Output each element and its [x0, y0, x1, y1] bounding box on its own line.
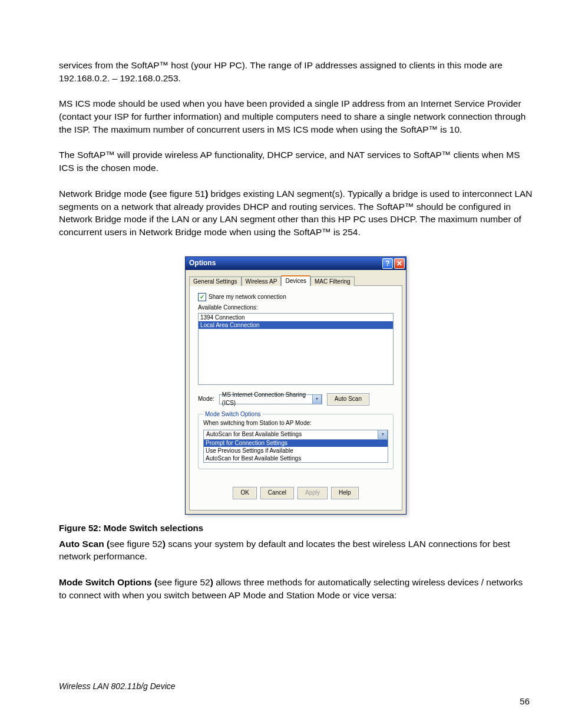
tab-strip: General Settings Wireless AP Devices MAC… — [189, 275, 402, 286]
tab-general-settings[interactable]: General Settings — [189, 276, 242, 286]
available-connections-label: Available Connections: — [198, 304, 394, 312]
document-page: services from the SoftAP™ host (your HP … — [0, 0, 562, 728]
switch-combo[interactable]: AutoScan for Best Available Settings ▾ — [203, 430, 388, 440]
combo-option[interactable]: AutoScan for Best Available Settings — [204, 454, 388, 462]
paragraph: The SoftAP™ will provide wireless AP fun… — [59, 149, 533, 174]
mode-row: Mode: MS Internet Connection Sharing (IC… — [198, 393, 394, 406]
help-icon[interactable]: ? — [382, 258, 393, 269]
tab-devices[interactable]: Devices — [281, 275, 310, 286]
apply-button[interactable]: Apply — [297, 487, 328, 499]
combo-option[interactable]: Prompt for Connection Settings — [204, 439, 388, 447]
paragraph: MS ICS mode should be used when you have… — [59, 97, 533, 136]
list-item[interactable]: Local Area Connection — [199, 321, 393, 329]
share-connection-checkbox[interactable]: ✓ — [198, 293, 206, 301]
auto-scan-button[interactable]: Auto Scan — [327, 393, 369, 406]
fieldset-legend: Mode Switch Options — [203, 410, 263, 419]
dialog-buttons: OK Cancel Apply Help — [198, 487, 394, 499]
page-number: 56 — [520, 695, 530, 707]
bold-run: Mode Switch Options ( — [59, 577, 157, 587]
paragraph: Network Bridge mode (see figure 51) brid… — [59, 187, 533, 239]
figure-caption: Figure 52: Mode Switch selections — [59, 522, 533, 534]
chevron-down-icon[interactable]: ▾ — [378, 430, 388, 440]
switch-combo-dropdown[interactable]: Prompt for Connection Settings Use Previ… — [203, 439, 388, 463]
mode-combo[interactable]: MS Internet Connection Sharing (ICS) ▾ — [219, 394, 322, 404]
tab-wireless-ap[interactable]: Wireless AP — [242, 276, 282, 286]
dialog-body: General Settings Wireless AP Devices MAC… — [186, 270, 406, 514]
paragraph: Auto Scan (see figure 52) scans your sys… — [59, 538, 533, 563]
text-run: see figure 52 — [110, 539, 163, 549]
cancel-button[interactable]: Cancel — [260, 487, 294, 499]
paragraph: Mode Switch Options (see figure 52) allo… — [59, 576, 533, 601]
mode-combo-value: MS Internet Connection Sharing (ICS) — [222, 391, 312, 407]
figure-container: Options ? ✕ General Settings Wireless AP… — [59, 256, 533, 515]
window-title: Options — [189, 258, 381, 268]
text-run: see figure 52 — [157, 577, 210, 587]
switch-label: When switching from Station to AP Mode: — [203, 419, 388, 427]
switch-combo-value: AutoScan for Best Available Settings — [206, 430, 302, 439]
bold-run: Auto Scan ( — [59, 539, 110, 549]
share-connection-row: ✓ Share my network connection — [198, 293, 394, 301]
help-button[interactable]: Help — [331, 487, 359, 499]
text-run: see figure 51 — [153, 189, 206, 199]
close-icon[interactable]: ✕ — [394, 258, 405, 269]
chevron-down-icon[interactable]: ▾ — [312, 394, 322, 404]
ok-button[interactable]: OK — [233, 487, 256, 499]
options-dialog: Options ? ✕ General Settings Wireless AP… — [185, 256, 406, 515]
connections-listbox[interactable]: 1394 Connection Local Area Connection — [198, 313, 394, 385]
titlebar: Options ? ✕ — [186, 257, 406, 270]
list-item[interactable]: 1394 Connection — [199, 314, 393, 321]
text-run: Network Bridge mode — [59, 189, 149, 199]
tab-mac-filtering[interactable]: MAC Filtering — [310, 276, 355, 286]
mode-switch-fieldset: Mode Switch Options When switching from … — [198, 414, 394, 469]
share-connection-label: Share my network connection — [209, 293, 286, 301]
paragraph: services from the SoftAP™ host (your HP … — [59, 59, 533, 84]
footer-title: Wireless LAN 802.11b/g Device — [59, 681, 176, 693]
tab-page-devices: ✓ Share my network connection Available … — [189, 286, 402, 510]
combo-option[interactable]: Use Previous Settings if Available — [204, 447, 388, 454]
mode-label: Mode: — [198, 395, 214, 403]
